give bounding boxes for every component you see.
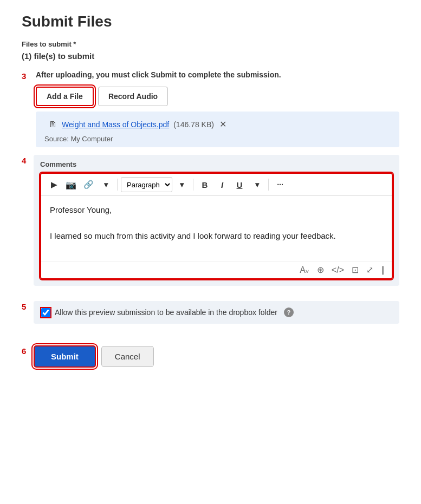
file-item: 🗎 Weight and Mass of Objects.pdf (146.78… [42, 115, 393, 133]
toolbar-divider-2 [193, 179, 193, 191]
underline-button[interactable]: U [231, 177, 248, 192]
file-doc-icon: 🗎 [49, 120, 57, 129]
toolbar-divider-1 [117, 179, 118, 191]
record-audio-button[interactable]: Record Audio [98, 87, 168, 106]
notice-text: After uploading, you must click Submit t… [36, 70, 399, 79]
step4-label: 4 [22, 156, 34, 165]
step6-label: 6 [22, 346, 34, 356]
bold-button[interactable]: B [197, 177, 213, 192]
toolbar-dropdown-arrow[interactable]: ▾ [98, 177, 114, 192]
format-dropdown-button[interactable]: ▾ [249, 177, 265, 192]
cancel-button[interactable]: Cancel [101, 346, 154, 367]
checkbox-row: Allow this preview submission to be avai… [34, 301, 399, 324]
file-link[interactable]: Weight and Mass of Objects.pdf [62, 120, 169, 129]
comments-section: Comments ▶ 📷 🔗 ▾ Paragraph ▾ [34, 155, 399, 286]
preview-checkbox[interactable] [41, 308, 50, 317]
editor-toolbar: ▶ 📷 🔗 ▾ Paragraph ▾ B I [41, 174, 392, 196]
italic-button[interactable]: I [214, 177, 230, 192]
camera-icon: 📷 [66, 180, 76, 190]
file-block: 🗎 Weight and Mass of Objects.pdf (146.78… [36, 112, 399, 147]
files-count: (1) file(s) to submit [22, 51, 399, 61]
slash-icon[interactable]: ∥ [381, 265, 385, 275]
editor-footer: Aᵥ ⊛ </> ⊡ ⤢ ∥ [41, 261, 392, 278]
page-title: Submit Files [22, 13, 399, 30]
fullscreen-icon[interactable]: ⤢ [366, 265, 373, 275]
toolbar-camera-button[interactable]: 📷 [63, 177, 79, 192]
file-source: Source: My Computer [42, 135, 393, 143]
toolbar-link-button[interactable]: 🔗 [80, 177, 96, 192]
help-icon[interactable]: ? [284, 307, 294, 317]
paragraph-dropdown-btn[interactable]: ▾ [173, 177, 190, 192]
step3-label: 3 [22, 71, 34, 81]
toolbar-video-button[interactable]: ▶ [46, 177, 62, 192]
file-remove-button[interactable]: ✕ [219, 119, 226, 129]
link-icon: 🔗 [83, 180, 94, 189]
more-button[interactable]: ··· [272, 177, 288, 192]
action-row: Submit Cancel [34, 345, 399, 368]
editor-line1: Professor Young, [50, 204, 383, 217]
editor-body[interactable]: Professor Young, I learned so much from … [41, 196, 392, 261]
file-size: (146.78 KB) [173, 120, 214, 129]
comments-label: Comments [40, 160, 393, 168]
paragraph-select[interactable]: Paragraph [121, 177, 172, 192]
files-to-submit-label: Files to submit * [22, 40, 399, 48]
editor-wrapper: ▶ 📷 🔗 ▾ Paragraph ▾ B I [40, 173, 393, 279]
search-icon[interactable]: ⊡ [352, 265, 359, 275]
toolbar-divider-3 [268, 179, 269, 191]
lasso-icon[interactable]: ⊛ [317, 265, 324, 275]
checkbox-label: Allow this preview submission to be avai… [55, 308, 277, 317]
step5-label: 5 [22, 302, 34, 311]
submit-button[interactable]: Submit [34, 345, 96, 368]
spellcheck-icon[interactable]: Aᵥ [300, 265, 309, 275]
code-icon[interactable]: </> [332, 265, 344, 275]
add-file-button[interactable]: Add a File [36, 87, 94, 106]
editor-line2: I learned so much from this activity and… [50, 230, 383, 243]
